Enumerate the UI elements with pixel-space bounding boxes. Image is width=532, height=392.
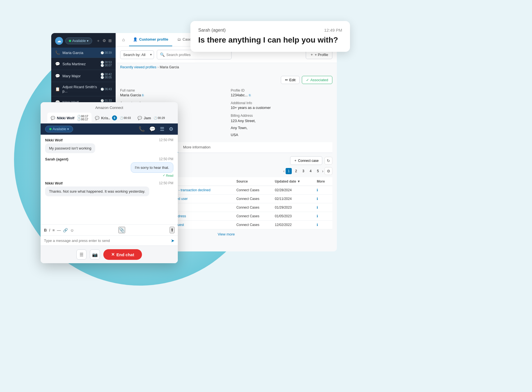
plus-icon: ＋ bbox=[294, 158, 297, 163]
chat-message: Nikki Wolf 12:50 PM My password isn't wo… bbox=[45, 138, 173, 153]
history-button[interactable]: ☰ bbox=[76, 249, 87, 260]
bold-button[interactable]: B bbox=[44, 228, 47, 232]
history-icon: ☰ bbox=[80, 252, 83, 257]
agent-list-item[interactable]: 💬 Mary Major 🕐00:42 🕐00:05 bbox=[51, 70, 116, 82]
additional-info-field: Additional Info 10+ years as a customer bbox=[231, 101, 332, 110]
sort-icon: ▼ bbox=[297, 179, 300, 183]
settings-icon[interactable]: ⚙ bbox=[169, 126, 173, 132]
page-2[interactable]: 2 bbox=[293, 168, 299, 174]
agent-list-item[interactable]: 💬 Sofia Martinez 🕐00:53 🕐00:07 bbox=[51, 58, 116, 70]
agent-name: Maria Garcia bbox=[62, 51, 98, 55]
link-button[interactable]: 🔗 bbox=[63, 228, 68, 232]
search-input[interactable] bbox=[166, 53, 228, 57]
ordered-list-button[interactable]: ≡ bbox=[52, 228, 55, 232]
chat-footer: ☰ 📷 ✕ End chat bbox=[41, 246, 178, 263]
agent-name: Mary Major bbox=[62, 74, 98, 78]
additional-info-label: Additional Info bbox=[231, 101, 332, 105]
attach-button[interactable]: 📎 bbox=[118, 227, 125, 233]
breadcrumb-current: Maria Garcia bbox=[160, 65, 179, 69]
read-label: Read bbox=[166, 174, 173, 177]
home-tab[interactable]: ⌂ bbox=[119, 35, 128, 44]
unordered-list-button[interactable]: — bbox=[57, 228, 61, 232]
connect-case-button[interactable]: ＋ Connect case bbox=[290, 156, 322, 165]
message-time: 12:50 PM bbox=[159, 157, 173, 161]
camera-button[interactable]: 📷 bbox=[90, 249, 100, 260]
chat-body: Nikki Wolf 12:50 PM My password isn't wo… bbox=[41, 135, 178, 224]
full-name-value: Maria Garcia bbox=[120, 93, 141, 97]
chat-available-button[interactable]: Available ▾ bbox=[45, 126, 73, 132]
chat-tab-kris[interactable]: 💬 Kris.. 9 🕐00:03 bbox=[92, 113, 134, 123]
billing-line2: Any Town, bbox=[231, 125, 248, 131]
profile-btn-label: + Profile bbox=[315, 53, 328, 57]
search-by-select[interactable]: Search by: All bbox=[120, 50, 154, 59]
breadcrumb-parent[interactable]: Recently viewed profiles bbox=[120, 65, 156, 69]
status-dot bbox=[69, 40, 71, 42]
left-panel-header: ☁ Available ▾ ＋ ⚙ ⊞ bbox=[51, 33, 116, 48]
chat-message: Sarah (agent) 12:50 PM I'm sorry to hear… bbox=[45, 157, 173, 177]
page-3[interactable]: 3 bbox=[300, 168, 306, 174]
chat-icon[interactable]: 💬 bbox=[149, 126, 155, 132]
chat-tab-nikki[interactable]: 💬 Nikki Wolf 🕐00:17 🕐00:17 bbox=[47, 113, 92, 123]
chat-tab-label: Nikki Wolf bbox=[57, 116, 74, 120]
italic-button[interactable]: I bbox=[49, 228, 50, 232]
tab-customer-profile[interactable]: 👤 Customer profile bbox=[129, 33, 172, 46]
pagination-prev[interactable]: ‹ bbox=[283, 169, 285, 173]
task-icon: 📋 bbox=[55, 87, 60, 91]
agent-list-item[interactable]: 📋 Adjust Ricard Smith's p... 🕐06:43 bbox=[51, 82, 116, 96]
read-receipt: ✓ Read bbox=[45, 174, 173, 177]
info-icon[interactable]: ℹ bbox=[317, 214, 318, 218]
status-button[interactable]: Available ▾ bbox=[65, 38, 92, 44]
full-name-field: Full name Maria Garcia ⎘ bbox=[120, 88, 222, 97]
search-icon: 🔍 bbox=[160, 52, 165, 57]
chat-icon: 💬 bbox=[55, 74, 60, 78]
copy-icon[interactable]: ⎘ bbox=[249, 94, 251, 97]
cases-tab-icon: 🗂 bbox=[177, 37, 181, 41]
breadcrumb: Recently viewed profiles › Maria Garcia bbox=[116, 63, 337, 71]
page-4[interactable]: 4 bbox=[307, 168, 314, 174]
tab-more-information[interactable]: More information bbox=[178, 142, 216, 153]
chat-message: Nikki Wolf 12:50 PM Thanks. Not sure wha… bbox=[45, 181, 173, 196]
billing-line1: 123 Any Street, bbox=[231, 118, 256, 124]
chat-title-bar: Amazon Connect 💬 Nikki Wolf 🕐00:17 🕐00:1… bbox=[41, 102, 178, 123]
pagination-next[interactable]: › bbox=[322, 169, 323, 173]
copy-icon[interactable]: ⎘ bbox=[142, 94, 144, 97]
page-5[interactable]: 5 bbox=[315, 168, 321, 174]
info-icon[interactable]: ℹ bbox=[317, 223, 318, 227]
settings-icon[interactable]: ⚙ bbox=[102, 38, 106, 43]
chat-input[interactable] bbox=[44, 239, 169, 243]
info-icon[interactable]: ℹ bbox=[317, 206, 318, 209]
available-label: Available bbox=[53, 127, 66, 131]
bubble-message: Is there anything I can help you with? bbox=[198, 35, 342, 45]
col-date: Updated date ▼ bbox=[272, 177, 314, 186]
billing-address-field: Billing Address 123 Any Street, Any Town… bbox=[231, 114, 332, 138]
agent-message-bubble: Sarah (agent) 12:49 PM Is there anything… bbox=[190, 21, 350, 52]
tasks-icon[interactable]: ☰ bbox=[160, 126, 164, 132]
breadcrumb-sep: › bbox=[157, 65, 158, 69]
info-icon[interactable]: ℹ bbox=[317, 188, 318, 192]
plus-icon[interactable]: ＋ bbox=[96, 38, 100, 43]
chevron-icon: ▾ bbox=[67, 127, 69, 131]
emoji-button[interactable]: ☺ bbox=[70, 228, 74, 232]
refresh-button[interactable]: ↻ bbox=[325, 157, 332, 165]
send-button[interactable]: ➤ bbox=[171, 238, 174, 243]
table-settings-button[interactable]: ⚙ bbox=[325, 167, 332, 175]
chat-format-toolbar: B I ≡ — 🔗 ☺ 📎 ⬆ bbox=[41, 224, 178, 235]
chat-tab-label: Jam bbox=[144, 116, 151, 120]
col-source: Source bbox=[234, 177, 272, 186]
agent-list-item[interactable]: 📞 Maria Garcia 🕐00:39 bbox=[51, 48, 116, 58]
upload-button[interactable]: ⬆ bbox=[170, 227, 174, 233]
additional-info-value: 10+ years as a customer bbox=[231, 106, 271, 110]
phone-icon[interactable]: 📞 bbox=[139, 126, 145, 132]
message-bubble: My password isn't working bbox=[45, 143, 95, 153]
plus-icon: ＋ bbox=[310, 52, 314, 57]
page-1[interactable]: 1 bbox=[286, 168, 292, 174]
end-chat-button[interactable]: ✕ End chat bbox=[103, 249, 142, 260]
chat-tab-jam[interactable]: 💬 Jam 🕐00:29 bbox=[134, 114, 168, 122]
status-chevron: ▾ bbox=[87, 39, 88, 43]
info-icon[interactable]: ℹ bbox=[317, 197, 318, 201]
grid-icon[interactable]: ⊞ bbox=[108, 38, 112, 43]
chat-tabs: 💬 Nikki Wolf 🕐00:17 🕐00:17 💬 Kris.. 9 🕐0… bbox=[45, 113, 173, 123]
chat-input-row: ➤ bbox=[41, 235, 178, 246]
edit-button[interactable]: ✏ Edit bbox=[281, 76, 300, 84]
chat-badge: 9 bbox=[112, 115, 117, 120]
